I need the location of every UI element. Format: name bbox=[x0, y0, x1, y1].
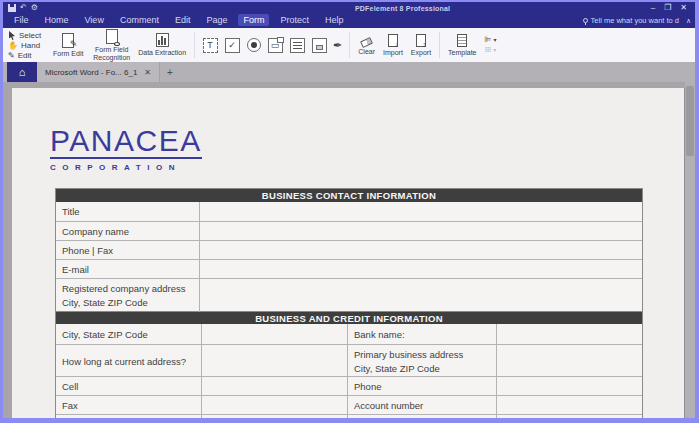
data-extraction-label: Data Extraction bbox=[138, 49, 186, 57]
new-tab-button[interactable]: + bbox=[160, 62, 180, 82]
menu-tab-page[interactable]: Page bbox=[201, 14, 232, 26]
undo-icon[interactable]: ↶ bbox=[20, 3, 27, 12]
save-icon[interactable] bbox=[8, 4, 16, 12]
row-value[interactable] bbox=[496, 377, 642, 396]
close-button[interactable]: ✕ bbox=[680, 3, 687, 12]
check-box-tool[interactable]: ✓ bbox=[225, 38, 240, 53]
data-extraction-button[interactable]: Data Extraction bbox=[138, 33, 186, 57]
list-box-tool[interactable] bbox=[290, 38, 305, 53]
row-value[interactable] bbox=[201, 324, 348, 344]
logo-subtitle: CORPORATION bbox=[50, 163, 202, 172]
minimize-button[interactable]: – bbox=[651, 3, 655, 12]
export-label: Export bbox=[411, 49, 431, 56]
form-edit-label: Form Edit bbox=[53, 50, 83, 58]
window-title: PDFelement 8 Professional bbox=[355, 5, 450, 12]
table-row: City, State ZIP Code Bank name: bbox=[56, 324, 642, 344]
quick-access-toolbar: ↶ ⚙ bbox=[8, 3, 38, 12]
distribute-fields-button[interactable]: ⊞▾ bbox=[485, 46, 497, 54]
vertical-scrollbar[interactable] bbox=[685, 82, 695, 418]
row-value[interactable] bbox=[201, 415, 348, 418]
menu-tab-comment[interactable]: Comment bbox=[115, 14, 164, 26]
home-tab-button[interactable]: ⌂ bbox=[7, 62, 37, 82]
form-edit-icon: ✎ bbox=[62, 33, 74, 48]
toolbar-separator bbox=[349, 32, 350, 58]
row-label: How long at current address? bbox=[56, 345, 201, 377]
window-controls: – ❐ ✕ bbox=[651, 3, 687, 12]
form-edit-button[interactable]: ✎ Form Edit bbox=[51, 33, 85, 58]
row-value[interactable] bbox=[199, 241, 642, 260]
export-button[interactable]: ↑ Export bbox=[411, 34, 431, 56]
section-header-business-credit: BUSINESS AND CREDIT INFORMATION bbox=[56, 311, 642, 324]
row-value[interactable] bbox=[496, 345, 642, 377]
row-value[interactable] bbox=[496, 324, 642, 344]
row-value[interactable] bbox=[201, 345, 348, 377]
maximize-button[interactable]: ❐ bbox=[664, 3, 671, 12]
table-row: Company name bbox=[56, 221, 642, 240]
menu-tab-protect[interactable]: Protect bbox=[275, 14, 314, 26]
gear-icon[interactable]: ⚙ bbox=[31, 3, 38, 12]
table-row: Registered company address City, State Z… bbox=[56, 278, 642, 311]
template-button[interactable]: Template bbox=[448, 34, 476, 56]
table-row: Phone | Fax bbox=[56, 240, 642, 259]
document-tab[interactable]: Microsoft Word - Fo... 6_1 ✕ bbox=[37, 62, 160, 82]
row-label-line2: City, State ZIP Code bbox=[62, 296, 199, 310]
row-label-line1: Registered company address bbox=[62, 282, 199, 296]
menu-tab-view[interactable]: View bbox=[80, 14, 109, 26]
toolbar-separator bbox=[194, 32, 195, 58]
table-row: Cell Phone bbox=[56, 376, 642, 395]
data-extraction-icon bbox=[156, 33, 169, 47]
scrollbar-thumb[interactable] bbox=[686, 86, 694, 156]
radio-button-tool[interactable] bbox=[247, 38, 261, 52]
logo-name: PANACEA bbox=[50, 126, 202, 159]
template-icon bbox=[457, 34, 467, 47]
clear-button[interactable]: Clear bbox=[358, 36, 375, 55]
menu-tab-form[interactable]: Form bbox=[238, 14, 269, 26]
clear-label: Clear bbox=[358, 48, 375, 55]
eraser-icon bbox=[360, 37, 373, 48]
row-value[interactable] bbox=[199, 202, 642, 221]
collapse-ribbon-icon[interactable]: ∧ bbox=[686, 17, 691, 25]
row-value[interactable] bbox=[199, 222, 642, 241]
row-value[interactable] bbox=[496, 396, 642, 415]
import-button[interactable]: ↓ Import bbox=[383, 34, 403, 56]
section-header-business-contact: BUSINESS CONTACT INFORMATION bbox=[56, 189, 642, 202]
align-fields-button[interactable]: ⊫▾ bbox=[485, 36, 497, 44]
row-value[interactable] bbox=[201, 377, 348, 396]
app-window: ↶ ⚙ PDFelement 8 Professional – ❐ ✕ File… bbox=[0, 0, 699, 423]
form-field-recognition-icon bbox=[106, 29, 118, 44]
select-tool[interactable]: Select bbox=[8, 31, 41, 40]
toolbar-separator bbox=[439, 32, 440, 58]
menu-tab-edit[interactable]: Edit bbox=[170, 14, 196, 26]
template-label: Template bbox=[448, 49, 476, 56]
hand-tool[interactable]: ✋ Hand bbox=[8, 41, 41, 50]
row-value[interactable] bbox=[199, 260, 642, 279]
table-row: E-mail Account Type bbox=[56, 414, 642, 418]
row-label: Phone | Fax bbox=[56, 241, 199, 260]
document-tab-label: Microsoft Word - Fo... 6_1 bbox=[45, 68, 137, 77]
edit-tool[interactable]: ✎ Edit bbox=[8, 51, 41, 60]
form-toolbar: Select ✋ Hand ✎ Edit ✎ Form Edit Form Fi… bbox=[3, 28, 695, 62]
table-row: How long at current address? Primary bus… bbox=[56, 344, 642, 376]
row-label: Cell bbox=[56, 377, 201, 396]
combo-box-tool[interactable]: ▭ bbox=[268, 38, 283, 53]
row-label: Primary business address City, State ZIP… bbox=[347, 345, 496, 377]
row-value[interactable] bbox=[201, 396, 348, 415]
text-field-tool[interactable]: T bbox=[203, 38, 218, 53]
menu-tab-help[interactable]: Help bbox=[320, 14, 349, 26]
digital-signature-tool[interactable]: ✒ bbox=[333, 39, 342, 52]
cursor-icon bbox=[8, 31, 16, 40]
row-value[interactable] bbox=[496, 415, 642, 418]
tell-me-search[interactable]: Tell me what you want to d bbox=[583, 16, 679, 25]
export-icon: ↑ bbox=[416, 34, 426, 47]
form-field-recognition-button[interactable]: Form Field Recognition bbox=[93, 29, 130, 61]
document-viewer: PANACEA CORPORATION BUSINESS CONTACT INF… bbox=[3, 82, 695, 418]
tell-me-label: Tell me what you want to d bbox=[591, 16, 679, 25]
row-label-line1: Primary business address bbox=[354, 348, 496, 362]
push-button-tool[interactable] bbox=[312, 38, 327, 53]
document-tab-bar: ⌂ Microsoft Word - Fo... 6_1 ✕ + bbox=[3, 62, 695, 82]
menu-tab-file[interactable]: File bbox=[9, 14, 34, 26]
chevron-down-icon: ▾ bbox=[493, 36, 496, 44]
close-tab-icon[interactable]: ✕ bbox=[144, 68, 151, 77]
row-value[interactable] bbox=[199, 279, 642, 312]
menu-tab-home[interactable]: Home bbox=[40, 14, 74, 26]
